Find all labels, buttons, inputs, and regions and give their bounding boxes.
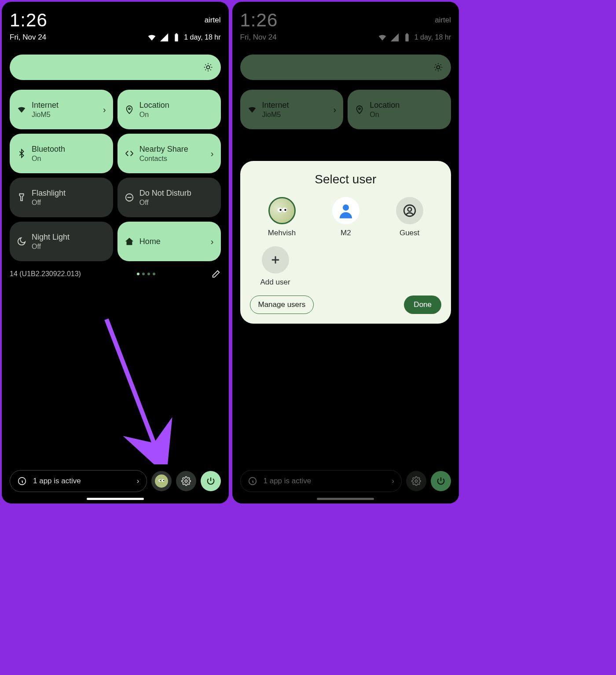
brightness-icon <box>433 62 443 72</box>
tile-sub: JioM5 <box>262 111 328 119</box>
battery-icon <box>172 33 181 42</box>
qs-tiles-dimmed: InternetJioM5 › LocationOn <box>240 90 451 129</box>
page-indicator <box>137 273 155 275</box>
avatar-mehvish <box>268 197 296 224</box>
qs-tiles: InternetJioM5 › LocationOn BluetoothOn N… <box>10 90 221 261</box>
user-guest[interactable]: Guest <box>396 197 423 237</box>
avatar-guest <box>396 197 423 224</box>
svg-point-7 <box>160 480 161 481</box>
nearby-share-icon <box>125 149 134 158</box>
active-apps-chip[interactable]: 1 app is active › <box>10 470 147 492</box>
svg-point-9 <box>185 480 187 482</box>
gesture-bar <box>87 498 144 500</box>
active-apps-chip: 1 app is active › <box>240 470 402 492</box>
info-icon <box>17 476 27 486</box>
svg-point-12 <box>359 108 360 109</box>
tile-sub: On <box>370 111 444 119</box>
brightness-icon <box>203 62 213 72</box>
wifi-icon <box>247 105 257 114</box>
wifi-icon <box>147 33 157 42</box>
tile-title: Home <box>139 237 205 246</box>
status-bar-row2: Fri, Nov 24 1 day, 18 hr <box>10 33 221 42</box>
tile-sub: Off <box>32 243 106 251</box>
svg-point-21 <box>407 208 411 212</box>
tile-title: Bluetooth <box>32 145 106 154</box>
avatar-m2 <box>332 197 359 224</box>
user-m2[interactable]: M2 <box>332 197 359 237</box>
users-row-1: Mehvish M2 Guest <box>250 197 442 237</box>
tile-sub: Contacts <box>139 155 205 163</box>
tile-internet: InternetJioM5 › <box>240 90 344 129</box>
status-bar-row1: 1:26 airtel <box>240 10 451 31</box>
tile-sub: Off <box>32 199 106 207</box>
svg-point-0 <box>206 66 209 69</box>
sheet-title: Select user <box>250 172 442 186</box>
tile-title: Internet <box>32 101 98 110</box>
chevron-right-icon: › <box>392 477 394 485</box>
brightness-slider[interactable] <box>240 55 451 80</box>
tile-location[interactable]: LocationOn <box>117 90 221 129</box>
carrier: airtel <box>435 16 451 25</box>
tile-title: Location <box>370 101 444 110</box>
user-switcher-button[interactable] <box>151 471 172 491</box>
settings-button <box>406 471 426 491</box>
status-icons: 1 day, 18 hr <box>378 33 451 42</box>
qs-footer: 1 app is active › <box>240 470 451 496</box>
battery-text: 1 day, 18 hr <box>184 33 220 41</box>
svg-point-11 <box>436 66 440 69</box>
home-icon <box>125 237 134 246</box>
svg-line-10 <box>106 319 157 451</box>
build-row: 14 (U1B2.230922.013) <box>10 269 221 279</box>
power-button <box>431 471 451 491</box>
edit-tiles-button[interactable] <box>211 269 221 279</box>
tile-title: Internet <box>262 101 328 110</box>
carrier: airtel <box>205 16 221 25</box>
battery-icon <box>402 33 412 42</box>
status-icons: 1 day, 18 hr <box>147 33 220 42</box>
moon-icon <box>17 237 26 246</box>
add-user-button[interactable]: Add user <box>260 246 290 287</box>
users-row-2: Add user <box>250 246 442 287</box>
qs-footer: 1 app is active › <box>10 470 221 496</box>
brightness-slider[interactable] <box>10 55 221 80</box>
chevron-right-icon: › <box>334 105 337 115</box>
tile-flashlight[interactable]: FlashlightOff <box>10 178 113 217</box>
tile-title: Flashlight <box>32 189 106 198</box>
tile-night-light[interactable]: Night LightOff <box>10 222 113 261</box>
user-mehvish[interactable]: Mehvish <box>268 197 296 237</box>
battery-text: 1 day, 18 hr <box>414 33 451 41</box>
info-icon <box>248 476 257 486</box>
bluetooth-icon <box>17 149 26 158</box>
select-user-sheet: Select user Mehvish M2 Guest <box>240 161 451 324</box>
gesture-bar <box>317 498 374 500</box>
tile-internet[interactable]: InternetJioM5 › <box>10 90 113 129</box>
svg-point-17 <box>279 209 281 211</box>
tile-home[interactable]: Home › <box>117 222 221 261</box>
tile-title: Nearby Share <box>139 145 205 154</box>
tile-sub: On <box>139 111 214 119</box>
active-apps-label: 1 app is active <box>264 477 312 485</box>
chevron-right-icon: › <box>137 477 139 485</box>
tile-title: Location <box>139 101 214 110</box>
tile-bluetooth[interactable]: BluetoothOn <box>10 134 113 173</box>
power-button[interactable] <box>201 471 221 491</box>
date: Fri, Nov 24 <box>10 33 46 42</box>
user-label: Guest <box>400 229 419 237</box>
done-button[interactable]: Done <box>404 296 441 314</box>
tile-nearby-share[interactable]: Nearby ShareContacts › <box>117 134 221 173</box>
settings-button[interactable] <box>176 471 196 491</box>
tile-sub: On <box>32 155 106 163</box>
location-icon <box>125 105 134 114</box>
phone-left: 1:26 airtel Fri, Nov 24 1 day, 18 hr Int… <box>1 1 230 504</box>
wifi-icon <box>17 105 26 114</box>
status-bar-row2: Fri, Nov 24 1 day, 18 hr <box>240 33 451 42</box>
tile-dnd[interactable]: Do Not DisturbOff <box>117 178 221 217</box>
manage-users-button[interactable]: Manage users <box>250 296 314 314</box>
user-label: M2 <box>341 229 351 237</box>
flashlight-icon <box>17 193 26 202</box>
date: Fri, Nov 24 <box>240 33 277 42</box>
phone-right: 1:26 airtel Fri, Nov 24 1 day, 18 hr Int… <box>231 1 460 504</box>
svg-point-4 <box>155 474 168 488</box>
svg-point-1 <box>128 108 130 109</box>
signal-icon <box>390 33 400 42</box>
